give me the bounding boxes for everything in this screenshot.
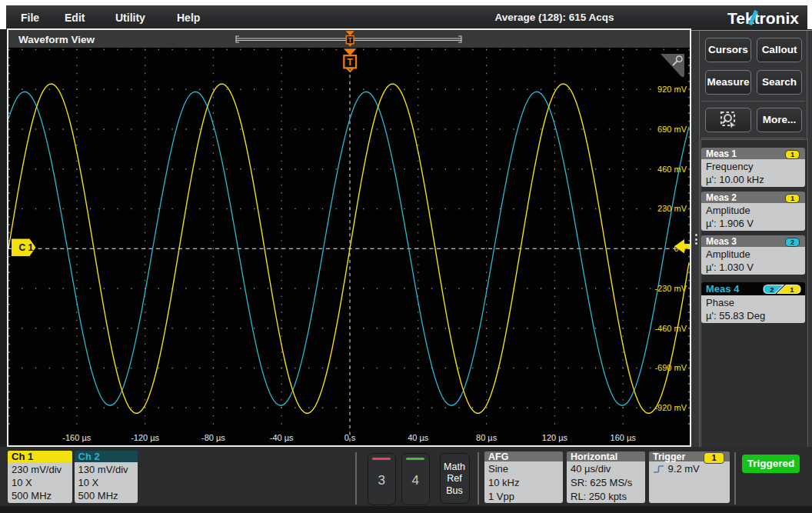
svg-text:C 1: C 1	[19, 242, 34, 253]
svg-text:-160 µs: -160 µs	[62, 433, 91, 442]
svg-text:Waveform View: Waveform View	[18, 34, 95, 45]
svg-text:-80 µs: -80 µs	[201, 433, 225, 442]
svg-text:T: T	[348, 36, 352, 44]
svg-text:-920 mV: -920 mV	[654, 403, 687, 412]
svg-text:690 mV: 690 mV	[657, 125, 687, 134]
svg-text:-230 mV: -230 mV	[654, 284, 687, 293]
svg-text:460 mV: 460 mV	[657, 165, 687, 174]
svg-text:-690 mV: -690 mV	[654, 363, 687, 372]
svg-text:230 mV: 230 mV	[657, 204, 687, 213]
svg-text:-460 mV: -460 mV	[654, 324, 687, 333]
svg-text:1: 1	[790, 285, 794, 293]
svg-text:80 µs: 80 µs	[476, 433, 498, 442]
svg-text:40 µs: 40 µs	[408, 433, 429, 442]
svg-text:2: 2	[770, 285, 774, 293]
svg-text:T: T	[348, 57, 354, 68]
svg-text:920 mV: 920 mV	[657, 85, 687, 94]
svg-text:-40 µs: -40 µs	[270, 433, 294, 442]
svg-text:-120 µs: -120 µs	[131, 433, 159, 442]
svg-text:120 µs: 120 µs	[542, 433, 568, 442]
svg-text:0 s: 0 s	[344, 433, 356, 442]
svg-text:160 µs: 160 µs	[611, 433, 637, 442]
